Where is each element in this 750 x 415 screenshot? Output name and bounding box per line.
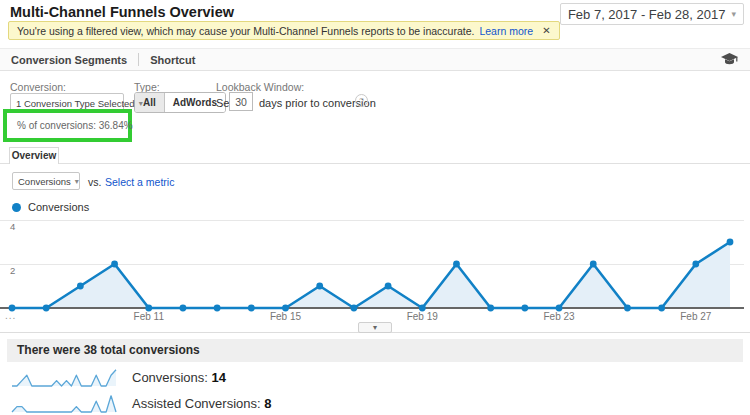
summary-row-text: Conversions: 14 bbox=[132, 370, 226, 385]
svg-text:2: 2 bbox=[10, 265, 15, 276]
chevron-down-icon: ▾ bbox=[139, 99, 143, 108]
summary-row-assisted-conversions: Assisted Conversions: 8 bbox=[10, 393, 271, 414]
svg-text:Feb 27: Feb 27 bbox=[680, 311, 712, 322]
filtered-view-warning-banner: You're using a filtered view, which may … bbox=[8, 21, 560, 40]
summary-header: There were 38 total conversions bbox=[7, 339, 743, 362]
vs-label: vs. bbox=[88, 176, 101, 188]
date-range-value: Feb 7, 2017 - Feb 28, 2017 bbox=[568, 7, 726, 22]
svg-text:Feb 19: Feb 19 bbox=[407, 311, 439, 322]
svg-text:Feb 23: Feb 23 bbox=[543, 311, 575, 322]
conversion-label: Conversion: bbox=[10, 81, 66, 93]
chevron-down-icon: ▾ bbox=[75, 177, 79, 186]
svg-text:Feb 11: Feb 11 bbox=[134, 311, 165, 322]
mcf-overview-page: Multi-Channel Funnels Overview Feb 7, 20… bbox=[0, 0, 750, 415]
education-icon[interactable] bbox=[721, 53, 738, 66]
summary-row-text: Assisted Conversions: 8 bbox=[132, 396, 271, 411]
summary-row-label: Conversions: bbox=[132, 370, 208, 385]
conversion-type-value: 1 Conversion Type Selected bbox=[16, 98, 135, 109]
summary-row-value: 8 bbox=[264, 396, 271, 411]
learn-more-link[interactable]: Learn more bbox=[479, 25, 533, 37]
conversions-sparkline bbox=[10, 367, 118, 388]
help-icon[interactable]: ? bbox=[355, 94, 368, 107]
summary-row-conversions: Conversions: 14 bbox=[10, 367, 226, 388]
svg-text:Feb 15: Feb 15 bbox=[270, 311, 302, 322]
chart-legend: Conversions bbox=[12, 201, 89, 213]
percent-of-conversions-text: % of conversions: 36.84% bbox=[17, 120, 133, 131]
svg-text:4: 4 bbox=[10, 221, 15, 232]
axis-edge-ellipsis: ... bbox=[5, 310, 16, 321]
date-range-selector[interactable]: Feb 7, 2017 - Feb 28, 2017 ▾ bbox=[560, 3, 744, 25]
primary-metric-value: Conversions bbox=[18, 176, 71, 187]
percent-of-conversions-highlight: % of conversions: 36.84% bbox=[3, 109, 132, 142]
report-toolbar: Conversion Segments Shortcut bbox=[0, 48, 750, 71]
summary-row-label: Assisted Conversions: bbox=[132, 396, 261, 411]
legend-series-label: Conversions bbox=[28, 201, 89, 213]
chart-collapse-handle[interactable]: ▾ bbox=[358, 322, 392, 333]
chevron-down-icon: ▾ bbox=[359, 323, 391, 332]
summary-row-value: 14 bbox=[212, 370, 226, 385]
type-toggle-group: All AdWords bbox=[134, 92, 226, 113]
tab-overview[interactable]: Overview bbox=[9, 147, 59, 164]
close-icon[interactable]: ✕ bbox=[542, 25, 550, 36]
toolbar-item-shortcut[interactable]: Shortcut bbox=[139, 54, 206, 66]
chevron-down-icon: ▾ bbox=[731, 9, 736, 19]
warning-message: You're using a filtered view, which may … bbox=[17, 25, 474, 37]
primary-metric-dropdown[interactable]: Conversions ▾ bbox=[12, 172, 80, 190]
lookback-days-input[interactable] bbox=[229, 92, 253, 111]
tab-divider-line bbox=[0, 163, 750, 164]
page-title: Multi-Channel Funnels Overview bbox=[10, 4, 234, 20]
assisted-conversions-sparkline bbox=[10, 393, 118, 414]
legend-dot-icon bbox=[12, 203, 21, 212]
toolbar-item-conversion-segments[interactable]: Conversion Segments bbox=[0, 54, 138, 66]
main-chart[interactable]: 24Feb 11Feb 15Feb 19Feb 23Feb 27 bbox=[0, 214, 750, 322]
select-a-metric-link[interactable]: Select a metric bbox=[105, 176, 174, 188]
